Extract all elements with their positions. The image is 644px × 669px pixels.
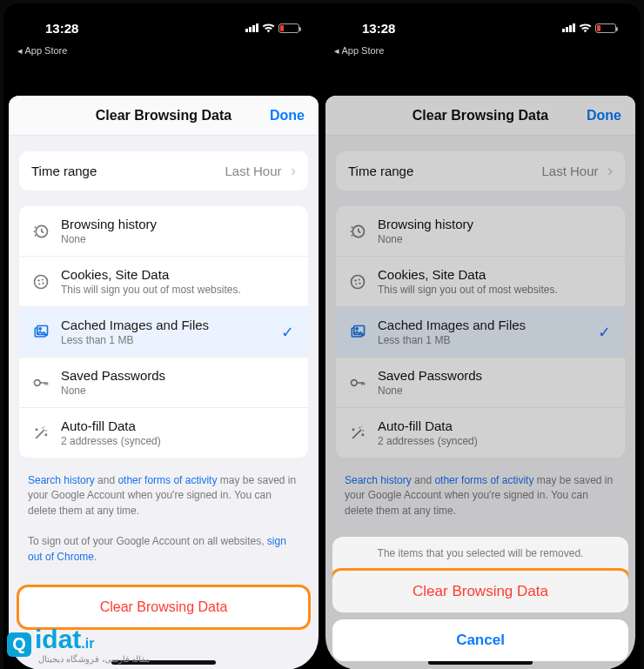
cancel-button[interactable]: Cancel [332,619,628,661]
svg-point-4 [38,283,40,284]
item-title: Browsing history [378,217,613,231]
back-to-app[interactable]: App Store [17,45,67,57]
svg-point-2 [37,279,39,281]
item-title: Cookies, Site Data [378,267,613,282]
signal-icon [245,23,258,32]
check-icon: ✓ [598,323,611,342]
svg-point-15 [359,278,360,280]
time-range-row[interactable]: Time range Last Hour › [19,151,308,191]
item-title: Auto-fill Data [378,418,613,433]
item-sub: None [61,233,296,245]
watermark-brand: idat [35,625,81,653]
item-sub: None [378,233,613,245]
status-icons [245,23,299,33]
time-range-row[interactable]: Time range Last Hour › [336,151,625,191]
chevron-right-icon: › [607,162,613,179]
item-cached-images[interactable]: Cached Images and Files Less than 1 MB ✓ [336,307,625,358]
wand-icon [348,424,367,443]
status-bar: 13:28 [9,10,319,45]
time-range-value: Last Hour [225,164,282,178]
svg-point-22 [352,429,353,430]
item-title: Saved Passwords [378,368,613,383]
done-button[interactable]: Done [270,108,305,124]
svg-point-3 [42,278,44,280]
screenshot-right: 13:28 App Store Clear Browsing Data Done… [325,10,635,669]
svg-point-20 [356,327,358,329]
item-sub: 2 addresses (synced) [378,435,613,447]
history-icon [31,222,50,241]
cookie-icon [31,272,50,291]
svg-point-14 [354,279,356,281]
item-cookies[interactable]: Cookies, Site Data This will sign you ou… [336,257,625,307]
item-saved-passwords[interactable]: Saved Passwords None [336,358,625,408]
svg-point-10 [36,429,37,430]
item-browsing-history[interactable]: Browsing history None [19,206,308,257]
item-sub: None [61,385,296,397]
item-saved-passwords[interactable]: Saved Passwords None [19,358,308,408]
signal-icon [562,23,575,32]
svg-point-16 [355,283,357,284]
watermark-sub: مقاله فارسی، فروشگاه دیجیتال [38,654,150,664]
watermark: Q idat.ir مقاله فارسی، فروشگاه دیجیتال [7,625,150,664]
svg-point-13 [352,275,365,288]
wifi-icon [262,23,275,33]
done-button[interactable]: Done [587,108,621,124]
battery-icon [278,23,299,33]
watermark-logo-icon: Q [7,632,31,657]
item-sub: This will sign you out of most websites. [378,284,613,296]
item-sub: 2 addresses (synced) [61,435,296,447]
sheet-header: Clear Browsing Data Done [9,96,319,136]
status-bar: 13:28 [325,10,635,45]
item-title: Cached Images and Files [378,318,613,332]
svg-point-23 [362,434,363,435]
info-text-2: To sign out of your Google Account on al… [28,534,299,565]
action-sheet: The items that you selected will be remo… [332,537,628,661]
item-title: Saved Passwords [61,368,296,383]
item-title: Auto-fill Data [61,418,296,433]
item-sub: Less than 1 MB [61,334,296,346]
link-search-history[interactable]: Search history [28,474,95,486]
status-time: 13:28 [45,21,78,36]
svg-point-21 [352,379,358,385]
info-text-1: Search history and other forms of activi… [28,473,299,518]
screenshot-left: 13:28 App Store Clear Browsing Data Done… [9,10,319,669]
image-icon [348,323,367,342]
time-range-label: Time range [348,164,413,178]
item-autofill[interactable]: Auto-fill Data 2 addresses (synced) [19,408,308,458]
item-sub: This will sign you out of most websites. [61,284,296,296]
svg-point-8 [39,327,41,329]
item-sub: None [378,385,613,397]
svg-point-1 [35,275,48,288]
key-icon [348,373,367,392]
sheet-header: Clear Browsing Data Done [325,96,635,136]
link-other-activity[interactable]: other forms of activity [434,474,533,486]
item-title: Cached Images and Files [61,318,296,332]
clear-browsing-data-button[interactable]: Clear Browsing Data [19,587,308,627]
info-text-1: Search history and other forms of activi… [345,473,616,518]
svg-point-17 [359,282,360,284]
item-title: Browsing history [61,217,296,231]
modal-sheet: Clear Browsing Data Done Time range Last… [9,96,319,669]
confirm-clear-button[interactable]: Clear Browsing Data [332,571,628,612]
item-cookies[interactable]: Cookies, Site Data This will sign you ou… [19,257,308,307]
cookie-icon [348,272,367,291]
link-other-activity[interactable]: other forms of activity [117,474,217,486]
item-cached-images[interactable]: Cached Images and Files Less than 1 MB ✓ [19,307,308,358]
time-range-value: Last Hour [542,164,599,178]
check-icon: ✓ [281,323,294,342]
chevron-right-icon: › [291,162,296,179]
link-search-history[interactable]: Search history [345,474,412,486]
image-icon [31,323,50,342]
status-time: 13:28 [362,21,395,36]
item-title: Cookies, Site Data [61,267,296,282]
item-autofill[interactable]: Auto-fill Data 2 addresses (synced) [336,408,625,458]
modal-sheet: Clear Browsing Data Done Time range Last… [325,96,635,669]
wand-icon [31,424,50,443]
status-icons [562,23,616,33]
action-sheet-message: The items that you selected will be remo… [332,537,628,571]
wifi-icon [579,23,592,33]
item-browsing-history[interactable]: Browsing history None [336,206,625,257]
back-to-app[interactable]: App Store [334,45,384,57]
svg-point-5 [42,282,44,284]
history-icon [348,222,367,241]
